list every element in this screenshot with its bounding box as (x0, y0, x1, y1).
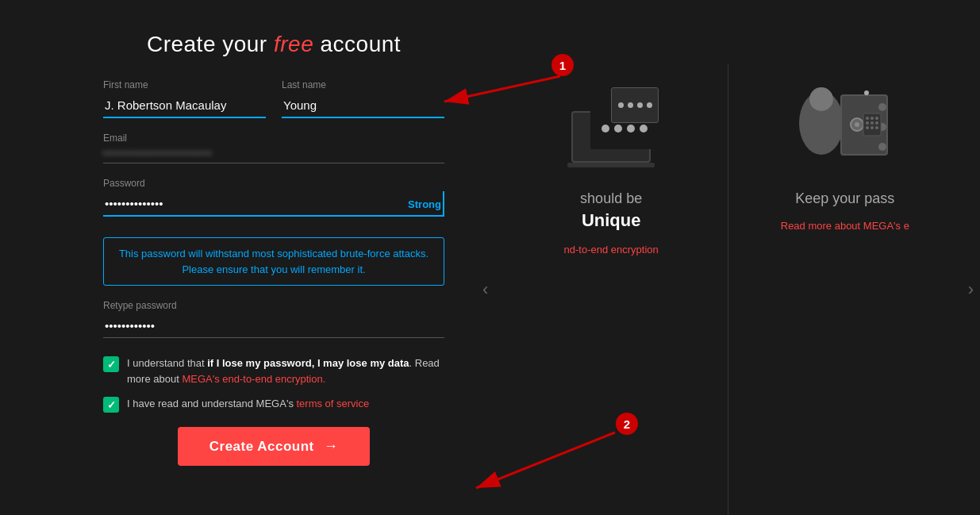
checkbox-2-text: I have read and understand MEGA's terms … (127, 396, 369, 412)
name-row: First name Last name (103, 79, 444, 118)
carousel-next[interactable]: › (962, 63, 980, 515)
title-after: account (313, 32, 401, 56)
safe-illustration (794, 83, 897, 171)
dot-3 (627, 125, 635, 133)
checkbox-1[interactable] (103, 356, 119, 372)
strength-bar (443, 191, 444, 217)
create-btn-label: Create Account (209, 439, 314, 455)
terms-of-service-link[interactable]: terms of service (297, 398, 370, 409)
password-row: Password Strong (103, 178, 444, 223)
checkbox-item-2: I have read and understand MEGA's terms … (103, 396, 444, 413)
checkbox-1-normal: I understand that (127, 357, 207, 369)
arrow-icon: → (324, 438, 339, 455)
svg-point-7 (855, 122, 859, 127)
mega-encryption-link[interactable]: MEGA's end-to-end encryption. (182, 373, 325, 385)
carousel-section: ‹ (476, 16, 980, 515)
retype-row: Retype password (103, 300, 444, 338)
svg-point-13 (870, 121, 874, 125)
password-label: Password (103, 178, 444, 189)
slide-2-title: Keep your pass (781, 190, 909, 207)
firstname-input[interactable] (103, 94, 266, 118)
page-container: Create your free account First name Last… (0, 0, 980, 515)
svg-point-3 (878, 103, 886, 111)
carousel-slide-1: should be Unique nd-to-end encryption (494, 63, 728, 515)
title-highlight: free (274, 32, 313, 56)
title-before: Create your (147, 32, 274, 56)
password-strength-label: Strong (408, 198, 441, 210)
slide-1-title: Unique (564, 210, 659, 231)
svg-point-17 (875, 126, 878, 129)
svg-point-9 (866, 117, 869, 120)
carousel-slides: should be Unique nd-to-end encryption (494, 63, 961, 515)
laptop-base (567, 163, 655, 167)
overlay-dots (618, 102, 652, 108)
page-title: Create your free account (103, 32, 444, 57)
checkbox-2[interactable] (103, 397, 119, 413)
firstname-field: First name (103, 79, 266, 118)
email-value: •••••••••••••••••••• (103, 147, 444, 159)
slide-2-link[interactable]: Read more about MEGA's e (781, 220, 909, 232)
svg-point-12 (866, 121, 869, 125)
retype-input[interactable] (103, 314, 444, 338)
checkbox-2-normal: I have read and understand MEGA's (127, 398, 297, 409)
checkbox-section: I understand that if I lose my password,… (103, 356, 444, 413)
password-input-wrapper: Strong (103, 192, 444, 217)
create-account-button[interactable]: Create Account → (178, 427, 371, 466)
safe-svg (794, 83, 897, 171)
slide-2-image (794, 79, 897, 175)
svg-point-18 (864, 90, 869, 95)
email-field: Email •••••••••••••••••••• (103, 133, 444, 163)
overlay-dot-4 (647, 102, 652, 108)
password-hint: This password will withstand most sophis… (103, 237, 444, 286)
retype-field: Retype password (103, 300, 444, 338)
slide-1-link[interactable]: nd-to-end encryption (564, 244, 659, 256)
svg-point-1 (809, 87, 833, 111)
overlay-dot-1 (618, 102, 624, 108)
checkbox-item-1: I understand that if I lose my password,… (103, 356, 444, 386)
overlay-dot-3 (637, 102, 643, 108)
checkbox-1-bold: if I lose my password, I may lose my dat… (207, 357, 409, 369)
checkbox-1-text: I understand that if I lose my password,… (127, 356, 444, 386)
carousel-prev[interactable]: ‹ (476, 63, 494, 515)
svg-point-15 (866, 126, 869, 129)
svg-point-16 (870, 126, 874, 129)
create-btn-wrapper: Create Account → (103, 427, 444, 466)
slide-2-text: Keep your pass Read more about MEGA's e (781, 190, 909, 233)
svg-point-5 (878, 143, 886, 151)
carousel-slide-2: Keep your pass Read more about MEGA's e (728, 63, 962, 515)
slide-1-text: should be Unique nd-to-end encryption (564, 190, 659, 256)
firstname-label: First name (103, 79, 266, 90)
svg-point-10 (870, 117, 874, 120)
slide-1-image (559, 79, 663, 175)
dot-4 (640, 125, 648, 133)
slide-1-subtitle: should be (564, 190, 659, 207)
svg-point-11 (875, 117, 878, 120)
password-field: Password Strong (103, 178, 444, 223)
svg-point-14 (875, 121, 878, 125)
annotation-1: 1 (551, 54, 574, 76)
lastname-field: Last name (282, 79, 444, 118)
lastname-label: Last name (282, 79, 444, 90)
email-row: Email •••••••••••••••••••• (103, 133, 444, 163)
password-overlay (611, 87, 659, 123)
dot-2 (614, 125, 622, 133)
lastname-input[interactable] (282, 94, 444, 118)
annotation-2: 2 (616, 413, 638, 435)
retype-label: Retype password (103, 300, 444, 311)
password-input[interactable] (103, 192, 444, 217)
password-illustration (559, 83, 663, 171)
form-section: Create your free account First name Last… (0, 16, 476, 482)
overlay-dot-2 (628, 102, 633, 108)
email-label: Email (103, 133, 444, 144)
dot-1 (601, 125, 609, 133)
